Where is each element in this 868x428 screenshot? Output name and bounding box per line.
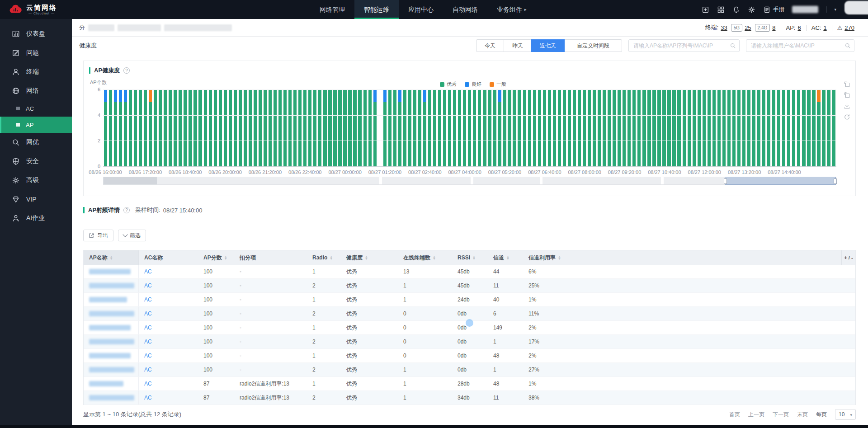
legend-item-fair[interactable]: 一般 [490, 81, 506, 88]
table-row[interactable]: AC87radio2信道利用率:132优秀134db1138% [84, 391, 855, 405]
column-header-channel_utilization[interactable]: 信道利用率 [523, 250, 855, 265]
help-icon[interactable] [123, 67, 130, 74]
user-menu-caret-icon[interactable] [834, 7, 836, 12]
column-header-ap_name[interactable]: AP名称 [84, 250, 139, 265]
table-row[interactable]: AC87radio2信道利用率:131优秀128db481% [84, 377, 855, 391]
table-row[interactable]: AC100-1优秀00db482% [84, 349, 855, 363]
column-header-online_terminals[interactable]: 在线终端数 [398, 250, 452, 265]
apps-grid-icon[interactable] [717, 6, 725, 14]
ac-link[interactable]: AC [144, 282, 152, 289]
sidebar-item-advanced[interactable]: 高级 [0, 171, 72, 190]
filter-button[interactable]: 筛选 [118, 230, 146, 241]
column-header-health[interactable]: 健康度 [341, 250, 398, 265]
sidebar-item-terminals[interactable]: 终端 [0, 62, 72, 81]
chart-zoom-select-icon[interactable] [844, 81, 850, 88]
column-label: Radio [312, 254, 327, 261]
column-header-rssi[interactable]: RSSI [452, 250, 488, 265]
bell-icon[interactable] [732, 6, 740, 14]
table-row[interactable]: AC100-1优秀124db401% [84, 293, 855, 307]
prev-page-button[interactable]: 上一页 [748, 411, 764, 419]
last-page-button[interactable]: 末页 [797, 411, 808, 419]
ac-link[interactable]: AC [144, 268, 152, 275]
redacted-username[interactable] [792, 6, 818, 13]
sort-icon[interactable] [558, 255, 561, 260]
time-range-last7days[interactable]: 近七天 [531, 39, 565, 52]
table-row[interactable]: AC100-2优秀00db117% [84, 335, 855, 349]
sort-icon[interactable] [472, 255, 476, 260]
top-nav-intelligent-ops[interactable]: 智能运维 [354, 0, 399, 19]
column-toggle-button[interactable]: + / - [841, 250, 855, 265]
top-nav-network-management[interactable]: 网络管理 [310, 0, 354, 19]
column-header-ap_score[interactable]: AP分数 [198, 250, 234, 265]
time-range-custom[interactable]: 自定义时间段 [564, 39, 622, 52]
alarm-count-link[interactable]: 270 [844, 24, 854, 31]
terminal-total-link[interactable]: 33 [721, 24, 727, 31]
search-icon[interactable] [730, 42, 736, 49]
sidebar-item-ai-jobs[interactable]: AI作业 [0, 209, 72, 228]
help-icon[interactable] [123, 207, 130, 213]
sort-icon[interactable] [365, 255, 368, 260]
count-5g-link[interactable]: 25 [745, 24, 751, 31]
legend-item-excellent[interactable]: 优秀 [440, 81, 457, 88]
per-page-select[interactable]: 10 [835, 409, 856, 420]
export-button[interactable]: 导出 [83, 230, 113, 241]
add-square-icon[interactable] [702, 6, 709, 14]
table-row[interactable]: AC100-1优秀1345db446% [84, 265, 855, 279]
brand-logo[interactable]: 云简网络 — Cloudnet — [8, 0, 57, 19]
sort-icon[interactable] [330, 255, 333, 260]
chart-zoom-restore-icon[interactable] [844, 92, 850, 99]
search-icon[interactable] [844, 42, 851, 49]
user-search-input[interactable] [746, 42, 854, 49]
count-24g-link[interactable]: 8 [772, 24, 775, 31]
time-range-yesterday[interactable]: 昨天 [504, 39, 532, 52]
manual-link[interactable]: 手册 [763, 5, 784, 14]
sidebar-item-optimization[interactable]: 网优 [0, 133, 72, 152]
sort-icon[interactable] [433, 255, 436, 260]
top-nav-business-components[interactable]: 业务组件▸ [487, 0, 536, 19]
ac-link[interactable]: AC [144, 381, 152, 387]
column-header-channel[interactable]: 信道 [488, 250, 523, 265]
sidebar-item-issues[interactable]: 问题 [0, 43, 72, 62]
first-page-button[interactable]: 首页 [729, 411, 740, 419]
gear-icon[interactable] [748, 6, 755, 14]
sidebar-item-network[interactable]: 网络 [0, 81, 72, 100]
next-page-button[interactable]: 下一页 [773, 411, 789, 419]
top-nav-auto-network[interactable]: 自动网络 [443, 0, 487, 19]
table-row[interactable]: AC100-2优秀10db127% [84, 363, 855, 377]
ac-link[interactable]: AC [144, 310, 152, 317]
ac-link[interactable]: AC [144, 339, 152, 345]
sidebar-item-dashboard[interactable]: 仪表盘 [0, 24, 72, 43]
alarm-stat[interactable]: 270 [837, 24, 854, 31]
datazoom-handle-left[interactable] [724, 179, 727, 184]
sort-icon[interactable] [224, 255, 227, 260]
ac-link[interactable]: AC [144, 296, 152, 303]
cell-ac-name: AC [139, 296, 198, 303]
column-header-radio[interactable]: Radio [307, 250, 341, 265]
sidebar-subitem-ac[interactable]: AC [0, 100, 72, 117]
ac-link[interactable]: AC [144, 367, 152, 373]
ac-link[interactable]: AC [144, 325, 152, 331]
sort-icon[interactable] [110, 255, 113, 260]
datazoom-selection[interactable] [725, 177, 836, 185]
time-range-today[interactable]: 今天 [476, 39, 504, 52]
chart-refresh-icon[interactable] [844, 113, 850, 120]
datazoom-handle-right[interactable] [834, 179, 837, 184]
chart-datazoom-slider[interactable] [103, 177, 836, 185]
sort-icon[interactable] [506, 255, 509, 260]
top-nav-app-center[interactable]: 应用中心 [399, 0, 443, 19]
chart-plot[interactable]: 0246 [103, 89, 836, 167]
ac-link[interactable]: AC [144, 353, 152, 359]
chart-bar [726, 89, 731, 166]
ac-count-link[interactable]: 1 [823, 24, 826, 31]
table-row[interactable]: AC100-2优秀145db1125% [84, 279, 855, 293]
sidebar-item-security[interactable]: 安全 [0, 152, 72, 171]
breadcrumb[interactable]: 分 [79, 24, 232, 32]
ac-link[interactable]: AC [144, 395, 152, 401]
legend-item-good[interactable]: 良好 [465, 81, 481, 88]
excellent-segment [239, 89, 242, 166]
ap-count-link[interactable]: 6 [798, 24, 801, 31]
chart-download-icon[interactable] [844, 103, 850, 109]
sidebar-item-vip[interactable]: VIP [0, 190, 72, 209]
sidebar-subitem-ap[interactable]: AP [0, 117, 72, 133]
ap-search-input[interactable] [629, 42, 739, 49]
